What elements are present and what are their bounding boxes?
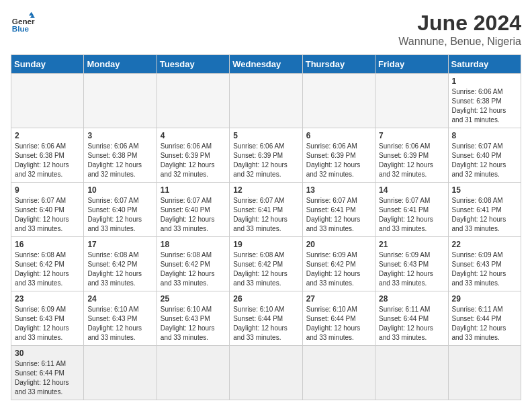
day-info: Sunrise: 6:09 AMSunset: 6:43 PMDaylight:…: [379, 250, 444, 288]
calendar-cell: 17Sunrise: 6:08 AMSunset: 6:42 PMDayligh…: [84, 237, 157, 291]
calendar-cell: 16Sunrise: 6:08 AMSunset: 6:42 PMDayligh…: [11, 237, 84, 291]
calendar-cell: 3Sunrise: 6:06 AMSunset: 6:38 PMDaylight…: [84, 128, 157, 183]
calendar-cell: 30Sunrise: 6:11 AMSunset: 6:44 PMDayligh…: [11, 346, 84, 400]
day-info: Sunrise: 6:09 AMSunset: 6:42 PMDaylight:…: [306, 250, 371, 288]
calendar-table: SundayMondayTuesdayWednesdayThursdayFrid…: [11, 54, 521, 400]
day-info: Sunrise: 6:11 AMSunset: 6:44 PMDaylight:…: [379, 305, 444, 342]
calendar-subtitle: Wannune, Benue, Nigeria: [398, 36, 521, 48]
day-info: Sunrise: 6:08 AMSunset: 6:41 PMDaylight:…: [452, 196, 517, 234]
day-number: 24: [87, 294, 152, 304]
day-number: 21: [379, 240, 444, 249]
day-info: Sunrise: 6:08 AMSunset: 6:42 PMDaylight:…: [15, 250, 80, 288]
calendar-cell: 11Sunrise: 6:07 AMSunset: 6:40 PMDayligh…: [157, 183, 229, 237]
day-number: 22: [452, 240, 517, 249]
weekday-header-wednesday: Wednesday: [230, 55, 302, 74]
calendar-cell: 13Sunrise: 6:07 AMSunset: 6:41 PMDayligh…: [302, 183, 375, 237]
day-number: 10: [87, 185, 152, 195]
day-number: 7: [379, 131, 444, 140]
calendar-cell: [230, 74, 302, 128]
day-info: Sunrise: 6:07 AMSunset: 6:40 PMDaylight:…: [87, 196, 152, 234]
title-area: June 2024 Wannune, Benue, Nigeria: [398, 11, 521, 48]
day-number: 29: [452, 294, 517, 304]
calendar-cell: 8Sunrise: 6:07 AMSunset: 6:40 PMDaylight…: [448, 128, 521, 183]
day-number: 13: [306, 185, 371, 195]
calendar-cell: 5Sunrise: 6:06 AMSunset: 6:39 PMDaylight…: [230, 128, 302, 183]
calendar-cell: [84, 346, 157, 400]
day-info: Sunrise: 6:09 AMSunset: 6:43 PMDaylight:…: [15, 305, 80, 342]
logo: General Blue: [11, 11, 35, 35]
day-number: 25: [161, 294, 226, 304]
day-info: Sunrise: 6:08 AMSunset: 6:42 PMDaylight:…: [161, 250, 226, 288]
calendar-cell: [11, 74, 84, 128]
calendar-week-row: 2Sunrise: 6:06 AMSunset: 6:38 PMDaylight…: [11, 128, 521, 183]
logo-icon: General Blue: [11, 11, 35, 35]
weekday-header-row: SundayMondayTuesdayWednesdayThursdayFrid…: [11, 55, 521, 74]
day-number: 16: [15, 240, 80, 249]
day-info: Sunrise: 6:07 AMSunset: 6:41 PMDaylight:…: [379, 196, 444, 234]
header: General Blue June 2024 Wannune, Benue, N…: [11, 11, 521, 48]
calendar-cell: 7Sunrise: 6:06 AMSunset: 6:39 PMDaylight…: [375, 128, 448, 183]
day-number: 1: [452, 77, 517, 86]
calendar-cell: [448, 346, 521, 400]
calendar-cell: [84, 74, 157, 128]
svg-marker-2: [29, 12, 34, 15]
day-info: Sunrise: 6:11 AMSunset: 6:44 PMDaylight:…: [452, 305, 517, 342]
weekday-header-sunday: Sunday: [11, 55, 84, 74]
calendar-cell: [157, 346, 229, 400]
calendar-cell: [302, 346, 375, 400]
day-number: 23: [15, 294, 80, 304]
day-info: Sunrise: 6:10 AMSunset: 6:44 PMDaylight:…: [233, 305, 298, 342]
day-number: 8: [452, 131, 517, 140]
calendar-cell: 29Sunrise: 6:11 AMSunset: 6:44 PMDayligh…: [448, 291, 521, 346]
day-number: 18: [161, 240, 226, 249]
calendar-week-row: 9Sunrise: 6:07 AMSunset: 6:40 PMDaylight…: [11, 183, 521, 237]
day-number: 11: [161, 185, 226, 195]
calendar-cell: [302, 74, 375, 128]
day-info: Sunrise: 6:07 AMSunset: 6:40 PMDaylight:…: [161, 196, 226, 234]
calendar-cell: 28Sunrise: 6:11 AMSunset: 6:44 PMDayligh…: [375, 291, 448, 346]
day-number: 19: [233, 240, 298, 249]
day-info: Sunrise: 6:06 AMSunset: 6:38 PMDaylight:…: [15, 142, 80, 179]
calendar-cell: 6Sunrise: 6:06 AMSunset: 6:39 PMDaylight…: [302, 128, 375, 183]
day-number: 26: [233, 294, 298, 304]
calendar-cell: 23Sunrise: 6:09 AMSunset: 6:43 PMDayligh…: [11, 291, 84, 346]
day-info: Sunrise: 6:06 AMSunset: 6:39 PMDaylight:…: [233, 142, 298, 179]
day-number: 20: [306, 240, 371, 249]
calendar-cell: 9Sunrise: 6:07 AMSunset: 6:40 PMDaylight…: [11, 183, 84, 237]
day-info: Sunrise: 6:07 AMSunset: 6:40 PMDaylight:…: [15, 196, 80, 234]
calendar-cell: 18Sunrise: 6:08 AMSunset: 6:42 PMDayligh…: [157, 237, 229, 291]
calendar-cell: 14Sunrise: 6:07 AMSunset: 6:41 PMDayligh…: [375, 183, 448, 237]
calendar-week-row: 1Sunrise: 6:06 AMSunset: 6:38 PMDaylight…: [11, 74, 521, 128]
weekday-header-monday: Monday: [84, 55, 157, 74]
day-number: 15: [452, 185, 517, 195]
day-info: Sunrise: 6:10 AMSunset: 6:44 PMDaylight:…: [306, 305, 371, 342]
calendar-cell: 20Sunrise: 6:09 AMSunset: 6:42 PMDayligh…: [302, 237, 375, 291]
calendar-title: June 2024: [398, 11, 521, 36]
day-info: Sunrise: 6:06 AMSunset: 6:38 PMDaylight:…: [452, 87, 517, 125]
day-number: 9: [15, 185, 80, 195]
calendar-cell: [375, 346, 448, 400]
calendar-week-row: 23Sunrise: 6:09 AMSunset: 6:43 PMDayligh…: [11, 291, 521, 346]
day-info: Sunrise: 6:06 AMSunset: 6:39 PMDaylight:…: [306, 142, 371, 179]
calendar-cell: [375, 74, 448, 128]
calendar-cell: 12Sunrise: 6:07 AMSunset: 6:41 PMDayligh…: [230, 183, 302, 237]
day-info: Sunrise: 6:08 AMSunset: 6:42 PMDaylight:…: [233, 250, 298, 288]
weekday-header-thursday: Thursday: [302, 55, 375, 74]
calendar-cell: 26Sunrise: 6:10 AMSunset: 6:44 PMDayligh…: [230, 291, 302, 346]
calendar-cell: 1Sunrise: 6:06 AMSunset: 6:38 PMDaylight…: [448, 74, 521, 128]
day-info: Sunrise: 6:11 AMSunset: 6:44 PMDaylight:…: [15, 359, 80, 397]
day-number: 4: [161, 131, 226, 140]
day-info: Sunrise: 6:07 AMSunset: 6:41 PMDaylight:…: [233, 196, 298, 234]
day-info: Sunrise: 6:09 AMSunset: 6:43 PMDaylight:…: [452, 250, 517, 288]
weekday-header-friday: Friday: [375, 55, 448, 74]
calendar-cell: [230, 346, 302, 400]
day-number: 17: [87, 240, 152, 249]
calendar-week-row: 30Sunrise: 6:11 AMSunset: 6:44 PMDayligh…: [11, 346, 521, 400]
day-info: Sunrise: 6:06 AMSunset: 6:39 PMDaylight:…: [379, 142, 444, 179]
day-number: 6: [306, 131, 371, 140]
day-number: 30: [15, 349, 80, 358]
calendar-cell: 25Sunrise: 6:10 AMSunset: 6:43 PMDayligh…: [157, 291, 229, 346]
day-number: 27: [306, 294, 371, 304]
day-number: 3: [87, 131, 152, 140]
day-number: 14: [379, 185, 444, 195]
